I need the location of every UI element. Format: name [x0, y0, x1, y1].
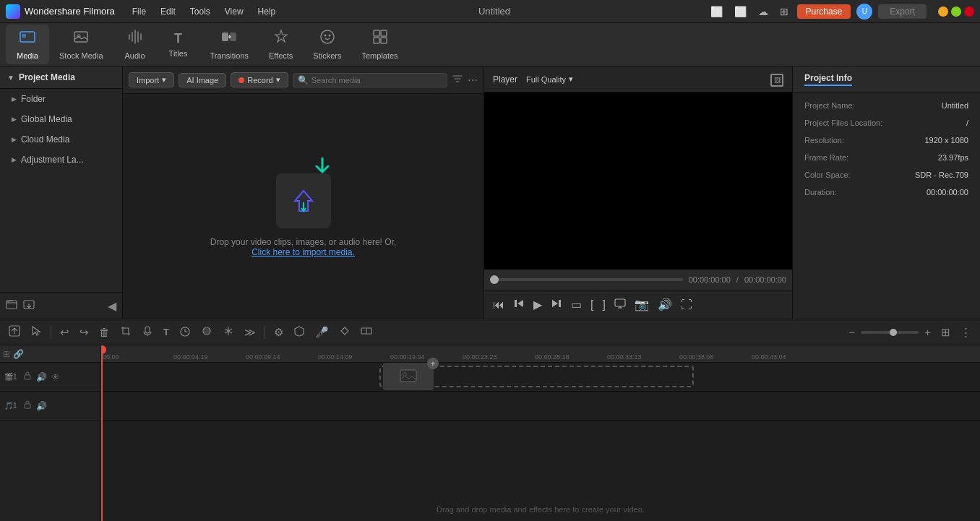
left-panel-item-global-media[interactable]: ▶ Global Media: [0, 109, 122, 129]
templates-icon: [372, 29, 388, 48]
quality-selector[interactable]: Full Quality ▾: [526, 74, 573, 84]
redo-icon[interactable]: ↪: [77, 324, 92, 340]
left-panel-bottom: ◀: [0, 292, 122, 319]
split-icon[interactable]: [358, 324, 375, 340]
step-back-icon[interactable]: [513, 298, 525, 312]
video-track-lock-icon[interactable]: [23, 371, 32, 382]
add-folder-icon[interactable]: [6, 298, 17, 313]
snapshot-icon[interactable]: 📷: [635, 298, 649, 311]
left-panel-item-cloud-media[interactable]: ▶ Cloud Media: [0, 129, 122, 150]
mark-in-bracket-icon[interactable]: [: [590, 298, 593, 311]
toolbar-templates[interactable]: Templates: [351, 25, 408, 64]
speed-icon[interactable]: [176, 324, 194, 340]
cast-icon[interactable]: ⬜: [708, 4, 726, 19]
audio-icon-tl[interactable]: [139, 324, 156, 340]
shield-tl-icon[interactable]: [291, 324, 308, 340]
project-name-label: Project Name:: [804, 101, 855, 110]
skip-back-icon[interactable]: ⏮: [493, 298, 504, 311]
toolbar-audio[interactable]: Audio: [113, 25, 157, 64]
import-button[interactable]: Import ▾: [129, 72, 174, 87]
settings-tl-icon[interactable]: ⚙: [271, 324, 286, 340]
audio-track-vol-icon[interactable]: 🔊: [36, 401, 47, 411]
menu-tools[interactable]: Tools: [184, 5, 216, 18]
search-icon: 🔍: [298, 75, 309, 85]
import-link[interactable]: Click here to import media.: [252, 247, 355, 257]
video-track-vol-icon[interactable]: 🔊: [36, 372, 47, 382]
link-track-icon[interactable]: 🔗: [13, 349, 24, 359]
toolbar-stickers[interactable]: Stickers: [303, 25, 351, 64]
app-brand: Wondershare Filmora: [25, 6, 115, 17]
timeline-edit-mode-icon[interactable]: [6, 324, 23, 340]
volume-icon[interactable]: 🔊: [658, 298, 672, 311]
timeline-tracks-left: ⊞ 🔗 🎬1 🔊 👁 🎵1: [0, 345, 101, 521]
clip-thumbnail-container[interactable]: +: [383, 363, 434, 390]
undo-icon[interactable]: ↩: [57, 324, 72, 340]
delete-icon[interactable]: 🗑: [96, 324, 113, 340]
filter-icon[interactable]: [452, 73, 463, 87]
color-icon[interactable]: [198, 324, 215, 340]
left-panel-item-folder[interactable]: ▶ Folder: [0, 89, 122, 109]
tl-grid-icon[interactable]: ⊞: [938, 324, 953, 340]
player-image-icon[interactable]: 🖼: [770, 72, 783, 87]
minimize-button[interactable]: —: [938, 7, 948, 17]
grid-icon[interactable]: ⊞: [777, 4, 791, 19]
purchase-button[interactable]: Purchase: [797, 4, 851, 19]
add-track-icon[interactable]: ⊞: [3, 349, 10, 359]
app-logo: Wondershare Filmora: [6, 4, 115, 19]
toolbar-titles[interactable]: T Titles: [157, 27, 200, 62]
left-panel-title: Project Media: [19, 72, 75, 82]
toolbar-effects[interactable]: Effects: [259, 25, 303, 64]
mic-tl-icon[interactable]: 🎤: [312, 324, 332, 340]
menu-edit[interactable]: Edit: [155, 5, 181, 18]
text-icon-tl[interactable]: T: [160, 325, 172, 339]
toolbar-transitions[interactable]: Transitions: [200, 25, 259, 64]
selection-tool-icon[interactable]: [27, 324, 45, 340]
export-button[interactable]: Export: [878, 4, 927, 19]
record-button[interactable]: Record ▾: [231, 72, 288, 87]
media-search[interactable]: 🔍: [293, 73, 447, 87]
toolbar-stock-media[interactable]: Stock Media: [49, 25, 113, 64]
avatar-icon[interactable]: U: [856, 4, 872, 20]
maximize-button[interactable]: □: [951, 7, 961, 17]
zoom-slider[interactable]: [861, 331, 919, 334]
audio-track-lock-icon[interactable]: [23, 400, 32, 411]
fullscreen-icon[interactable]: ⛶: [681, 298, 692, 311]
clip-add-button[interactable]: +: [427, 358, 439, 369]
video-track-eye-icon[interactable]: 👁: [51, 372, 60, 382]
import-label: Import: [137, 76, 159, 85]
left-panel-item-adjustment[interactable]: ▶ Adjustment La...: [0, 150, 122, 170]
cloud-icon[interactable]: ☁: [755, 4, 771, 19]
player-progress-handle[interactable]: [490, 275, 499, 284]
freeze-icon[interactable]: [220, 324, 237, 340]
audio-track-row: 🎵1 🔊: [0, 392, 100, 421]
player-progress-bar[interactable]: [490, 278, 683, 281]
more-options-icon[interactable]: ⋯: [468, 74, 478, 86]
ai-image-button[interactable]: AI Image: [179, 73, 226, 87]
toolbar-media[interactable]: Media: [6, 25, 49, 64]
quality-chevron-icon: ▾: [569, 74, 573, 84]
zoom-slider-handle[interactable]: [890, 329, 897, 336]
mark-in-icon[interactable]: ▭: [571, 298, 582, 311]
folder-label: Folder: [21, 94, 46, 104]
more-tl-icon[interactable]: ≫: [241, 324, 259, 340]
keyframe-tl-icon[interactable]: [336, 324, 353, 340]
close-button[interactable]: ✕: [964, 7, 974, 17]
screen-icon[interactable]: ⬜: [731, 4, 749, 19]
menu-file[interactable]: File: [126, 5, 152, 18]
step-forward-icon[interactable]: [551, 298, 562, 312]
menu-help[interactable]: Help: [252, 5, 282, 18]
svg-rect-17: [615, 299, 625, 306]
menu-view[interactable]: View: [219, 5, 249, 18]
play-icon[interactable]: ▶: [533, 298, 542, 311]
crop-icon[interactable]: [117, 324, 134, 340]
svg-rect-26: [400, 370, 416, 382]
zoom-out-icon[interactable]: −: [846, 324, 858, 340]
tl-more-options-icon[interactable]: ⋮: [958, 324, 974, 340]
import-folder-icon[interactable]: [23, 298, 35, 313]
zoom-in-icon[interactable]: +: [921, 324, 934, 340]
search-input[interactable]: [311, 76, 442, 85]
mark-out-bracket-icon[interactable]: ]: [602, 298, 605, 311]
project-info-tab[interactable]: Project Info: [804, 73, 852, 86]
collapse-icon[interactable]: ◀: [108, 299, 116, 313]
monitor-icon[interactable]: [614, 298, 626, 312]
